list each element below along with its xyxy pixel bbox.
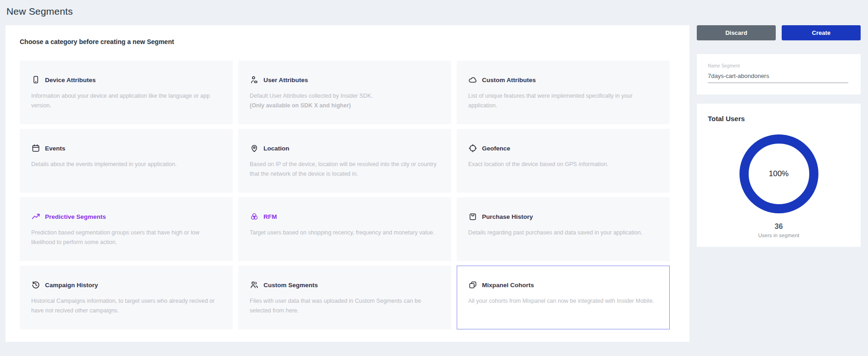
crosshair-icon	[468, 144, 477, 153]
category-card-geofence[interactable]: Geofence Exact location of the device ba…	[457, 129, 670, 193]
category-card-user-attributes[interactable]: User Attributes Default User Attributes …	[238, 61, 451, 124]
category-title: User Attributes	[263, 77, 308, 83]
category-card-purchase-history[interactable]: Purchase History Details regarding past …	[457, 197, 670, 261]
category-description: List of unique features that were implem…	[468, 91, 655, 111]
category-title: Mixpanel Cohorts	[482, 282, 534, 289]
category-card-header: Custom Attributes	[468, 75, 655, 84]
page-title: New Segments	[6, 6, 73, 17]
total-users-heading: Total Users	[708, 115, 850, 122]
map-pin-icon	[250, 144, 259, 153]
category-card-header: Custom Segments	[250, 280, 437, 289]
segment-sidebar: Discard Create Name Segment Total Users …	[697, 25, 861, 247]
category-card-events[interactable]: Events Details about the events implemen…	[20, 129, 233, 193]
category-card-header: Device Attributes	[31, 75, 218, 84]
history-clock-icon	[31, 280, 40, 289]
category-panel: Choose a category before creating a new …	[6, 25, 689, 342]
category-description-text: Historical Campaigns information, to tar…	[31, 298, 214, 314]
category-card-header: Purchase History	[468, 212, 655, 221]
category-description: Based on IP of the device, location will…	[250, 160, 437, 179]
category-description: Prediction based segmentation groups use…	[31, 228, 218, 248]
category-card-header: Predictive Segments	[31, 212, 218, 221]
category-card-custom-segments[interactable]: Custom Segments Files with user data tha…	[238, 266, 451, 329]
category-card-rfm[interactable]: RFM Target users based on shopping recen…	[238, 197, 451, 261]
total-users-donut: 100%	[739, 134, 818, 213]
category-title: Geofence	[482, 145, 510, 152]
users-count: 36	[708, 222, 850, 231]
category-description-note: (Only available on SDK X and higher)	[250, 102, 351, 109]
users-icon	[250, 280, 259, 289]
category-description-text: Prediction based segmentation groups use…	[31, 229, 199, 245]
category-title: Events	[45, 145, 65, 152]
category-description-text: All your cohorts from Mixpanel can now b…	[468, 298, 654, 304]
category-description-text: Based on IP of the device, location will…	[250, 161, 437, 177]
device-icon	[31, 75, 40, 84]
category-description-text: Target users based on shopping recency, …	[250, 229, 435, 236]
category-card-header: Events	[31, 144, 218, 153]
create-button[interactable]: Create	[782, 25, 861, 40]
category-card-predictive-segments[interactable]: Predictive Segments Prediction based seg…	[20, 197, 233, 261]
category-card-header: User Attributes	[250, 75, 437, 84]
discard-button[interactable]: Discard	[697, 25, 776, 40]
action-buttons: Discard Create	[697, 25, 861, 40]
category-description: Details regarding past purchases and dat…	[468, 228, 655, 238]
category-card-header: Location	[250, 144, 437, 153]
category-card-header: Geofence	[468, 144, 655, 153]
category-card-device-attributes[interactable]: Device Attributes Information about your…	[20, 61, 233, 124]
category-description: Historical Campaigns information, to tar…	[31, 296, 218, 316]
category-title: Purchase History	[482, 213, 533, 220]
category-title: Location	[263, 145, 289, 152]
name-segment-input[interactable]	[708, 72, 848, 83]
donut-percent-label: 100%	[769, 169, 789, 178]
category-grid: Device Attributes Information about your…	[20, 61, 670, 329]
trend-up-icon	[31, 212, 40, 221]
category-description-text: Files with user data that was uploaded i…	[250, 298, 421, 314]
category-description: Default User Attributes collected by Ins…	[250, 91, 437, 111]
name-segment-card: Name Segment	[697, 54, 861, 95]
panel-heading: Choose a category before creating a new …	[20, 38, 174, 45]
total-users-card: Total Users 100% 36 Users in segment	[697, 104, 861, 247]
category-title: Device Attributes	[45, 77, 96, 83]
category-description-text: Default User Attributes collected by Ins…	[250, 93, 373, 99]
category-title: RFM	[263, 213, 277, 220]
category-description: Exact location of the device based on GP…	[468, 160, 655, 169]
category-card-header: Campaign History	[31, 280, 218, 289]
cohorts-icon	[468, 280, 477, 289]
users-count-caption: Users in segment	[708, 233, 850, 238]
category-description-text: Exact location of the device based on GP…	[468, 161, 609, 167]
category-card-mixpanel-cohorts[interactable]: Mixpanel Cohorts All your cohorts from M…	[457, 266, 670, 329]
category-description: Files with user data that was uploaded i…	[250, 296, 437, 316]
category-card-campaign-history[interactable]: Campaign History Historical Campaigns in…	[20, 266, 233, 329]
shopping-bag-icon	[468, 212, 477, 221]
cloud-icon	[468, 75, 477, 84]
category-card-header: RFM	[250, 212, 437, 221]
category-description: Details about the events implemented in …	[31, 160, 218, 169]
category-title: Predictive Segments	[45, 213, 106, 220]
category-card-custom-attributes[interactable]: Custom Attributes List of unique feature…	[457, 61, 670, 124]
category-description-text: Details about the events implemented in …	[31, 161, 177, 167]
user-card-icon	[250, 75, 259, 84]
calendar-icon	[31, 144, 40, 153]
category-description: All your cohorts from Mixpanel can now b…	[468, 296, 655, 306]
name-segment-label: Name Segment	[708, 63, 848, 68]
category-description: Target users based on shopping recency, …	[250, 228, 437, 238]
category-description-text: List of unique features that were implem…	[468, 93, 633, 109]
category-description-text: Details regarding past purchases and dat…	[468, 229, 642, 236]
venn-icon	[250, 212, 259, 221]
category-title: Campaign History	[45, 282, 98, 289]
category-description-text: Information about your device and applic…	[31, 93, 210, 109]
category-card-location[interactable]: Location Based on IP of the device, loca…	[238, 129, 451, 193]
category-title: Custom Attributes	[482, 77, 536, 83]
category-card-header: Mixpanel Cohorts	[468, 280, 655, 289]
category-description: Information about your device and applic…	[31, 91, 218, 111]
category-title: Custom Segments	[263, 282, 318, 289]
